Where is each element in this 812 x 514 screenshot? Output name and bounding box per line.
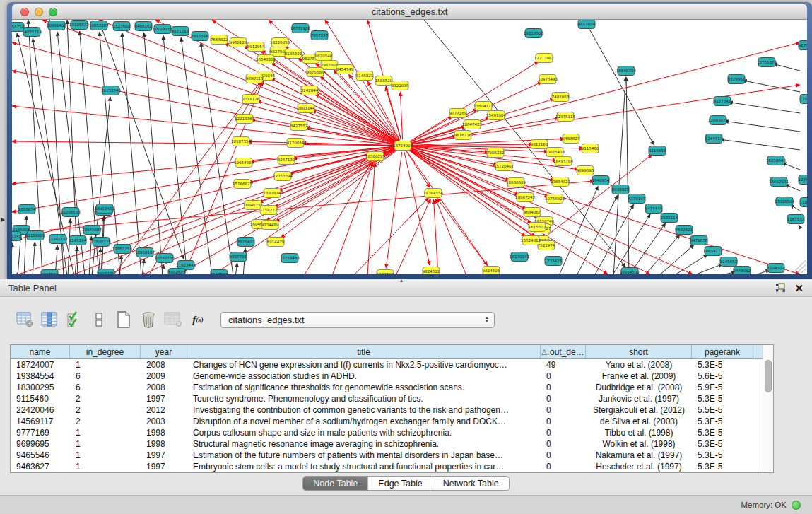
network-node[interactable]: 8912954 <box>247 42 265 52</box>
network-node[interactable]: 7857227 <box>311 31 329 40</box>
network-node[interactable]: 15720407 <box>494 162 514 171</box>
network-node[interactable]: 19384554 <box>423 189 443 198</box>
network-node[interactable]: 19106533 <box>69 21 89 30</box>
table-cell[interactable]: Corpus callosum shape and size in male p… <box>187 427 541 438</box>
network-node[interactable]: 10958107 <box>135 248 155 257</box>
network-node[interactable]: 1754421 <box>800 95 807 104</box>
network-node[interactable]: 18724007 <box>393 141 413 151</box>
table-cell[interactable]: Stergiakouli et al. (2012) <box>586 404 692 416</box>
network-node[interactable]: 10654985 <box>234 158 254 168</box>
network-node[interactable]: 20206505 <box>61 208 81 217</box>
network-node[interactable]: 10924502 <box>620 268 640 275</box>
network-node[interactable]: 16130141 <box>510 252 529 262</box>
window-titlebar[interactable]: citations_edges.txt <box>12 4 807 20</box>
network-node[interactable]: 9812160 <box>531 140 548 149</box>
table-cell[interactable]: Jankovic et al. (1997) <box>586 393 692 404</box>
network-node[interactable]: 6379197 <box>628 194 646 204</box>
table-cell[interactable]: 2008 <box>141 359 187 370</box>
network-node[interactable]: 8427552 <box>290 122 308 131</box>
network-node[interactable]: 9684067 <box>524 208 541 217</box>
column-header-title[interactable]: title <box>187 345 541 358</box>
network-node[interactable]: 9890123 <box>246 74 264 83</box>
table-cell[interactable]: 5.3E-5 <box>692 461 753 472</box>
table-cell[interactable]: 5.9E-5 <box>692 382 753 393</box>
network-node[interactable]: 10025438 <box>545 148 565 157</box>
network-node[interactable]: 18913433 <box>95 204 114 214</box>
table-cell[interactable]: Estimation of significance thresholds fo… <box>187 382 541 393</box>
network-node[interactable]: 18907243 <box>515 193 535 202</box>
tab-edge-table[interactable]: Edge Table <box>367 477 432 490</box>
table-cell[interactable]: 49 <box>541 359 586 370</box>
network-node[interactable]: 20891406 <box>47 21 66 30</box>
new-document-icon[interactable] <box>114 310 133 329</box>
table-cell[interactable]: 5.3E-5 <box>692 450 753 461</box>
network-node[interactable]: 6466162 <box>135 22 153 31</box>
network-node[interactable]: 10973493 <box>538 75 558 84</box>
table-cell[interactable]: 0 <box>541 393 586 404</box>
table-cell[interactable]: 1998 <box>141 438 187 450</box>
network-node[interactable]: 12213363 <box>235 115 254 124</box>
network-node[interactable]: 17016504 <box>775 197 794 206</box>
column-header-name[interactable]: name <box>11 345 70 358</box>
table-cell[interactable]: Wolkin et al. (1998) <box>586 438 692 450</box>
network-node[interactable]: 15751874 <box>757 58 777 67</box>
table-cell[interactable]: 0 <box>541 427 586 438</box>
network-node[interactable]: 1587834 <box>264 189 281 198</box>
table-cell[interactable]: Dudbridge et al. (2008) <box>586 382 692 393</box>
table-cell[interactable]: 2008 <box>141 382 187 393</box>
network-node[interactable]: 1167533 <box>787 215 805 224</box>
network-node[interactable]: 9227342 <box>714 97 731 106</box>
network-node[interactable]: 1615502 <box>529 223 546 232</box>
network-node[interactable]: 9824506 <box>483 267 500 275</box>
table-row[interactable]: 911546021997Tourette syndrome. Phenomeno… <box>11 393 763 404</box>
network-node[interactable]: 15692931 <box>769 177 789 187</box>
table-cell[interactable]: Genome-wide association studies in ADHD. <box>187 370 541 382</box>
column-header-out_de[interactable]: △out_de… <box>541 345 586 358</box>
network-node[interactable]: 9115460 <box>582 144 599 153</box>
network-node[interactable]: 16210643 <box>766 156 786 165</box>
network-node[interactable]: 4170034 <box>287 139 305 148</box>
network-node[interactable]: 1640954 <box>592 176 610 185</box>
table-cell[interactable]: Embryonic stem cells: a model to study s… <box>187 461 541 472</box>
network-node[interactable]: 13654923 <box>551 177 570 187</box>
resize-grip-icon[interactable] <box>789 256 806 273</box>
network-node[interactable]: 1244413 <box>705 134 723 144</box>
table-row[interactable]: 1872400712008Changes of HCN gene express… <box>11 359 763 370</box>
network-node[interactable]: 1733426 <box>545 257 563 266</box>
network-node[interactable]: 10731988 <box>290 24 310 33</box>
table-cell[interactable]: 1 <box>70 427 141 438</box>
splitter-handle-icon[interactable]: ▴ <box>400 277 403 284</box>
table-row[interactable]: 1938455462009Genome-wide association stu… <box>11 370 763 382</box>
tab-node-table[interactable]: Node Table <box>303 477 367 490</box>
table-cell[interactable]: 2009 <box>141 370 187 382</box>
column-header-year[interactable]: year <box>141 345 187 358</box>
west-panel-collapse-arrow[interactable]: ▶ <box>1 216 5 223</box>
table-cell[interactable]: 5.3E-5 <box>692 393 753 404</box>
table-cell[interactable]: 6 <box>70 370 141 382</box>
network-node[interactable]: 9445012 <box>734 267 751 275</box>
rows-icon[interactable] <box>90 310 108 329</box>
table-cell[interactable]: 1 <box>70 461 141 472</box>
column-header-in_degree[interactable]: in_degree <box>70 345 141 358</box>
table-cell[interactable]: 9465546 <box>11 450 70 461</box>
table-row[interactable]: 969969511998Structural magnetic resonanc… <box>11 438 763 450</box>
trash-icon[interactable] <box>139 310 158 329</box>
network-node[interactable]: 14055714 <box>22 28 42 37</box>
network-node[interactable]: 8186328 <box>285 49 302 59</box>
network-node[interactable]: 9960128 <box>230 38 247 47</box>
network-node[interactable]: 9671358 <box>172 27 189 36</box>
table-row[interactable]: 1830029562008Estimation of significance … <box>11 382 763 393</box>
network-node[interactable]: 1158222 <box>260 206 278 215</box>
network-node[interactable]: 12213987 <box>534 54 554 63</box>
table-cell[interactable]: Investigating the contribution of common… <box>187 404 541 416</box>
network-node[interactable]: 8322035 <box>392 81 409 90</box>
network-node[interactable]: 9875685 <box>307 68 324 77</box>
network-node[interactable]: 8454749 <box>336 65 354 74</box>
network-node[interactable]: 13342757 <box>48 235 68 244</box>
table-cell[interactable]: 19384554 <box>11 370 70 382</box>
network-node[interactable]: 11156889 <box>25 231 45 240</box>
network-node[interactable]: 16543362 <box>256 55 276 64</box>
network-node[interactable]: 6914479 <box>267 238 285 247</box>
network-node[interactable]: 7134502 <box>211 270 228 275</box>
network-node[interactable]: 12353594 <box>273 172 293 181</box>
